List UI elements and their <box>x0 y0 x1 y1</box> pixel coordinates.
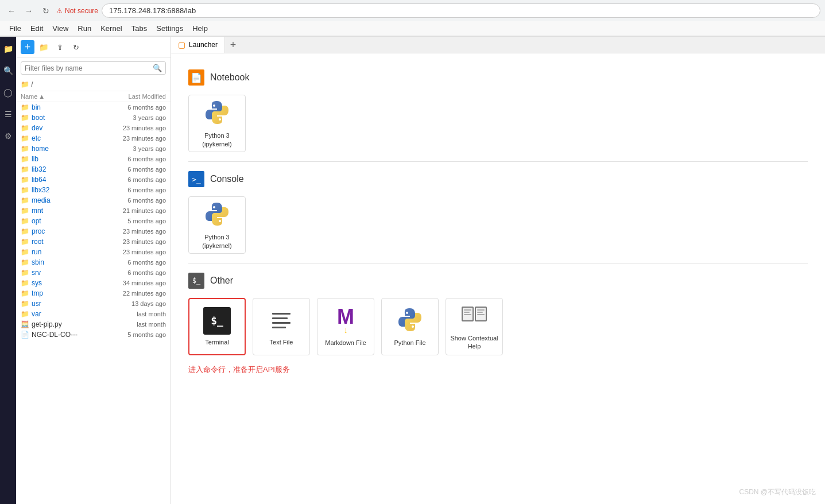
sidebar-icon-search[interactable]: 🔍 <box>2 64 14 77</box>
list-item[interactable]: 📁srv6 months ago <box>16 267 171 278</box>
browser-toolbar: ← → ↻ ⚠ Not secure <box>0 0 825 21</box>
menu-settings[interactable]: Settings <box>152 22 188 34</box>
file-panel: + 📁 ⇧ ↻ 🔍 📁 / Name ▲ Last Modified 📁bin6… <box>16 37 171 504</box>
file-modified: 5 months ago <box>103 331 166 338</box>
search-input[interactable] <box>25 64 153 72</box>
file-modified: 6 months ago <box>103 104 166 111</box>
notebook-console-divider <box>188 161 808 162</box>
list-item[interactable]: 📁boot3 years ago <box>16 113 171 123</box>
svg-rect-6 <box>477 312 483 313</box>
list-item[interactable]: 📁home3 years ago <box>16 144 171 154</box>
file-name: media <box>32 196 103 204</box>
list-item[interactable]: 📁libx326 months ago <box>16 185 171 195</box>
file-modified: 6 months ago <box>103 269 166 276</box>
folder-icon: 📁 <box>21 196 29 204</box>
file-list: 📁bin6 months ago📁boot3 years ago📁dev23 m… <box>16 102 171 504</box>
list-item[interactable]: 📄NGC-DL-CO---5 months ago <box>16 329 171 340</box>
file-modified: 6 months ago <box>103 259 166 266</box>
file-name: var <box>32 310 103 318</box>
file-name: sys <box>32 279 103 287</box>
file-modified: 3 years ago <box>103 145 166 152</box>
console-other-divider <box>188 263 808 263</box>
file-modified: 6 months ago <box>103 187 166 193</box>
list-item[interactable]: 📁lib326 months ago <box>16 164 171 175</box>
python-file-label: Python File <box>394 339 425 347</box>
python-file-card[interactable]: Python File <box>381 298 439 355</box>
file-modified: last month <box>103 321 166 328</box>
new-file-button[interactable]: + <box>21 40 34 54</box>
sidebar-icon-circle[interactable]: ◯ <box>2 86 14 99</box>
reload-button[interactable]: ↻ <box>39 4 53 18</box>
file-name: usr <box>32 300 103 308</box>
file-modified: 6 months ago <box>103 166 166 173</box>
back-button[interactable]: ← <box>5 4 18 18</box>
list-item[interactable]: 📁dev23 minutes ago <box>16 123 171 133</box>
file-name: lib32 <box>32 165 103 173</box>
security-text: Not secure <box>65 7 98 15</box>
sidebar-icon-extensions[interactable]: ⚙ <box>2 130 14 142</box>
console-section-title: >_ Console <box>188 171 808 187</box>
python-logo-console <box>203 200 231 230</box>
notebook-python3-card[interactable]: Python 3(ipykernel) <box>188 95 246 152</box>
column-modified[interactable]: Last Modified <box>103 93 166 100</box>
list-item[interactable]: 📁sbin6 months ago <box>16 257 171 267</box>
sidebar-icon-list[interactable]: ☰ <box>2 108 14 121</box>
console-python3-label: Python 3(ipykernel) <box>202 233 231 250</box>
upload-button[interactable]: ⇧ <box>53 40 67 54</box>
file-modified: 6 months ago <box>103 156 166 162</box>
markdown-icon: M ↓ <box>337 307 354 335</box>
menu-help[interactable]: Help <box>188 22 212 34</box>
list-item[interactable]: 🧮get-pip.pylast month <box>16 319 171 329</box>
file-modified: 34 minutes ago <box>103 280 166 286</box>
file-name: run <box>32 248 103 256</box>
menu-run[interactable]: Run <box>73 22 96 34</box>
list-item[interactable]: 📁etc23 minutes ago <box>16 133 171 144</box>
annotation-text: 进入命令行，准备开启API服务 <box>188 365 808 375</box>
file-modified: 23 minutes ago <box>103 125 166 131</box>
folder-icon: 📁 <box>21 207 29 215</box>
list-item[interactable]: 📁varlast month <box>16 309 171 319</box>
file-modified: 23 minutes ago <box>103 238 166 245</box>
text-file-card[interactable]: Text File <box>253 298 310 355</box>
list-item[interactable]: 📁mnt21 minutes ago <box>16 206 171 216</box>
column-name[interactable]: Name ▲ <box>21 93 103 100</box>
list-item[interactable]: 📁media6 months ago <box>16 195 171 206</box>
terminal-card[interactable]: $_ Terminal <box>188 298 246 355</box>
list-item[interactable]: 📁tmp22 minutes ago <box>16 288 171 298</box>
file-modified: 6 months ago <box>103 197 166 204</box>
menu-kernel[interactable]: Kernel <box>96 22 127 34</box>
file-modified: 6 months ago <box>103 176 166 183</box>
file-modified: 3 years ago <box>103 114 166 121</box>
folder-icon: 📁 <box>21 134 29 142</box>
console-python3-card[interactable]: Python 3(ipykernel) <box>188 196 246 254</box>
breadcrumb: 📁 / <box>16 78 171 91</box>
list-item[interactable]: 📁bin6 months ago <box>16 102 171 113</box>
launcher-tab[interactable]: ▢ Launcher <box>171 37 225 53</box>
folder-icon: 📁 <box>21 248 29 256</box>
list-item[interactable]: 📁root23 minutes ago <box>16 237 171 247</box>
contextual-help-card[interactable]: Show ContextualHelp <box>446 298 503 355</box>
menu-edit[interactable]: Edit <box>26 22 48 34</box>
list-item[interactable]: 📁opt5 months ago <box>16 216 171 226</box>
file-name: srv <box>32 269 103 277</box>
list-item[interactable]: 📁usr13 days ago <box>16 298 171 309</box>
list-item[interactable]: 📁lib6 months ago <box>16 154 171 164</box>
address-bar[interactable] <box>102 3 820 18</box>
list-item[interactable]: 📁sys34 minutes ago <box>16 278 171 288</box>
new-tab-button[interactable]: + <box>225 37 241 53</box>
menu-tabs[interactable]: Tabs <box>127 22 152 34</box>
sidebar-icon-files[interactable]: 📁 <box>2 42 14 55</box>
open-folder-button[interactable]: 📁 <box>37 40 51 54</box>
list-item[interactable]: 📁run23 minutes ago <box>16 247 171 257</box>
menu-file[interactable]: File <box>5 22 26 34</box>
refresh-button[interactable]: ↻ <box>69 40 83 54</box>
folder-icon: 📁 <box>21 227 29 235</box>
folder-icon: 📁 <box>21 176 29 184</box>
file-name: etc <box>32 134 103 142</box>
markdown-file-card[interactable]: M ↓ Markdown File <box>317 298 374 355</box>
folder-icon: 📁 <box>21 269 29 277</box>
forward-button[interactable]: → <box>22 4 36 18</box>
list-item[interactable]: 📁proc23 minutes ago <box>16 226 171 237</box>
menu-view[interactable]: View <box>48 22 73 34</box>
list-item[interactable]: 📁lib646 months ago <box>16 175 171 185</box>
